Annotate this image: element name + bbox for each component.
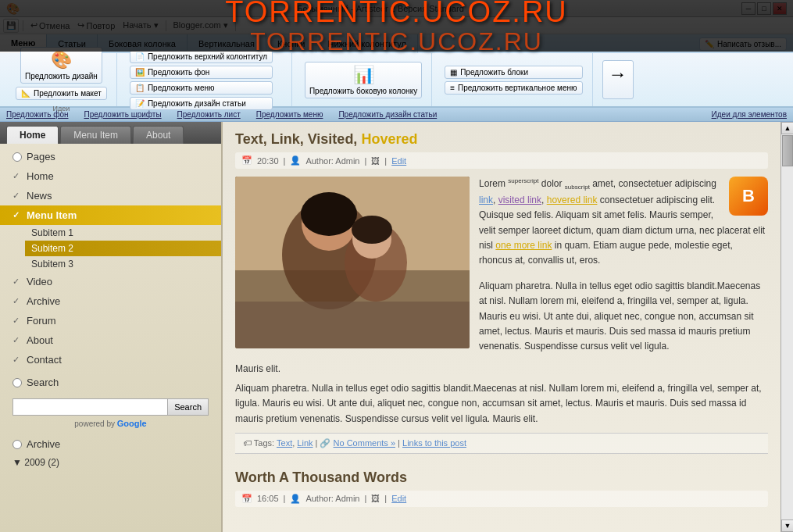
post-image-inner xyxy=(235,177,470,348)
post-2: Worth A Thousand Words 📅 16:05 | 👤 Autho… xyxy=(235,470,768,507)
blocks-col: ▦ Предложить блоки ≡ Предложить вертикал… xyxy=(445,66,582,95)
search-input[interactable] xyxy=(13,398,168,416)
start-button[interactable]: Начать ▾ xyxy=(120,20,161,30)
suggest-bg-button[interactable]: 🖼️ Предложить фон xyxy=(130,66,273,79)
hint-bg[interactable]: Предложить фон xyxy=(6,110,68,119)
nav-item-search[interactable]: Search xyxy=(0,373,221,392)
sep1: | xyxy=(284,156,286,166)
radio-pages xyxy=(13,152,22,162)
nav-tab-menu-item[interactable]: Menu Item xyxy=(60,126,131,144)
layout-icon: 📐 xyxy=(21,89,30,98)
check-home: ✓ xyxy=(13,171,22,181)
propose-design-button[interactable]: 🎨 Предложить дизайн xyxy=(20,47,102,84)
edit-link-1[interactable]: Edit xyxy=(391,156,406,166)
nav-item-pages[interactable]: Pages xyxy=(0,147,221,166)
search-button[interactable]: Search xyxy=(168,398,209,416)
expand-button[interactable]: → xyxy=(602,60,634,99)
visited-link-text[interactable]: visited link xyxy=(498,195,541,205)
column-icon: 📊 xyxy=(353,65,374,85)
tag-text[interactable]: Text xyxy=(277,438,292,448)
nav-item-contact[interactable]: ✓ Contact xyxy=(0,350,221,370)
hint-elements[interactable]: Идеи для элементов xyxy=(712,110,787,119)
redo-button[interactable]: ↪ Повтор xyxy=(74,20,118,30)
ribbon-content: 🎨 Предложить дизайн 📐 Предложить макет И… xyxy=(0,53,793,108)
nav-tab-home[interactable]: Home xyxy=(6,126,59,144)
radio-search xyxy=(13,378,22,387)
check-video: ✓ xyxy=(13,277,22,287)
nav-item-about[interactable]: ✓ About xyxy=(0,330,221,350)
scroll-down-button[interactable]: ▼ xyxy=(781,520,793,532)
maximize-button[interactable]: □ xyxy=(757,2,771,15)
tab-buttons[interactable]: Кнопки xyxy=(266,34,317,53)
nav-item-news[interactable]: ✓ News xyxy=(0,186,221,205)
suggest-menu-button[interactable]: 📋 Предложить меню xyxy=(130,81,273,95)
right-arrow-icon: → xyxy=(609,63,627,85)
save-button[interactable]: 💾 xyxy=(3,19,19,33)
post-content-1: Lorem superscript dolor subscript amet, … xyxy=(479,177,768,268)
nav-item-archive2[interactable]: Archive xyxy=(0,434,221,454)
hint-list[interactable]: Предложить лист xyxy=(177,110,241,119)
tab-footer[interactable]: Нижний колонтитул xyxy=(316,34,417,53)
sep6: | xyxy=(384,494,387,503)
links-to-post[interactable]: Links to this post xyxy=(402,438,466,448)
sep5: | xyxy=(364,494,366,503)
nav-subitem-1[interactable]: Subitem 1 xyxy=(25,225,221,241)
nav-item-archive[interactable]: ✓ Archive xyxy=(0,291,221,311)
write-review-button[interactable]: ✏️ Написать отзыв... xyxy=(699,37,787,51)
blogger-button[interactable]: Blogger.com ▾ xyxy=(170,20,231,30)
title-bar-left: 🎨 xyxy=(6,2,20,15)
edit-link-2[interactable]: Edit xyxy=(391,494,406,503)
radio-archive xyxy=(13,440,22,449)
nav-tab-about[interactable]: About xyxy=(133,126,184,144)
post-content-mauris: Mauris elit. xyxy=(235,362,768,377)
hint-fonts[interactable]: Предложить шрифты xyxy=(84,110,161,119)
hovered-link-text[interactable]: hovered link xyxy=(547,195,598,205)
nav-tabs-bar: Home Menu Item About xyxy=(0,122,221,144)
author-icon: 👤 xyxy=(290,155,301,166)
scroll-track xyxy=(781,134,793,520)
tag-link[interactable]: Link xyxy=(297,438,313,448)
check-forum: ✓ xyxy=(13,316,22,326)
scroll-thumb[interactable] xyxy=(782,135,793,166)
blocks-icon: ▦ xyxy=(450,68,457,77)
suggest-col1: 📄 Предложить верхний колонтитул 🖼️ Предл… xyxy=(130,50,273,110)
scroll-up-button[interactable]: ▲ xyxy=(781,122,793,134)
link-text[interactable]: link xyxy=(479,195,493,205)
image-icon-2: 🖼 xyxy=(371,494,380,503)
menu-icon: 📋 xyxy=(135,84,145,92)
suggest-article-button[interactable]: 📝 Предложить дизайн статьи xyxy=(130,97,273,110)
pencil-icon: ✏️ xyxy=(705,40,714,48)
archive-year-2009[interactable]: ▼ 2009 (2) xyxy=(13,457,209,468)
hint-menu[interactable]: Предложить меню xyxy=(256,110,323,119)
minimize-button[interactable]: ─ xyxy=(741,2,755,15)
svg-point-7 xyxy=(352,216,392,244)
image-icon: 🖼 xyxy=(371,156,380,166)
nav-item-home[interactable]: ✓ Home xyxy=(0,166,221,186)
close-button[interactable]: ✕ xyxy=(773,2,787,15)
nav-menu: Pages ✓ Home ✓ News ✓ Menu Item xyxy=(0,144,221,373)
suggest-header-button[interactable]: 📄 Предложить верхний колонтитул xyxy=(130,50,273,63)
sidebar: Home Menu Item About Pages ✓ Home ✓ xyxy=(0,122,223,532)
undo-button[interactable]: ↩ Отмена xyxy=(27,20,73,30)
design-icon: 🎨 xyxy=(51,50,72,70)
nav-subitem-3[interactable]: Subitem 3 xyxy=(25,256,221,272)
check-menu-item: ✓ xyxy=(13,210,22,220)
hint-article[interactable]: Предложить дизайн статьи xyxy=(338,110,437,119)
post-2-meta: 📅 16:05 | 👤 Author: Admin | 🖼 | Edit xyxy=(235,491,768,507)
propose-layout-button[interactable]: 📐 Предложить макет xyxy=(16,87,107,100)
nav-subitem-2[interactable]: Subitem 2 xyxy=(25,241,221,256)
post-1-meta: 📅 20:30 | 👤 Author: Admin | 🖼 | Edit xyxy=(235,152,768,169)
sep3: | xyxy=(384,156,387,166)
svg-point-6 xyxy=(301,192,357,236)
nav-item-forum[interactable]: ✓ Forum xyxy=(0,311,221,330)
one-more-link[interactable]: one more link xyxy=(495,240,552,251)
search-section: Search powered by Google xyxy=(0,392,221,434)
suggest-blocks-button[interactable]: ▦ Предложить блоки xyxy=(445,66,582,79)
suggest-vert-menu-button[interactable]: ≡ Предложить вертикальное меню xyxy=(445,81,582,95)
no-comments-link[interactable]: No Comments » xyxy=(334,438,395,448)
suggest-column-button[interactable]: 📊 Предложить боковую колонку xyxy=(305,62,422,98)
article-icon: 📝 xyxy=(135,99,145,108)
post-2-title: Worth A Thousand Words xyxy=(235,470,768,486)
nav-item-menu-item[interactable]: ✓ Menu Item xyxy=(0,205,221,225)
nav-item-video[interactable]: ✓ Video xyxy=(0,272,221,291)
